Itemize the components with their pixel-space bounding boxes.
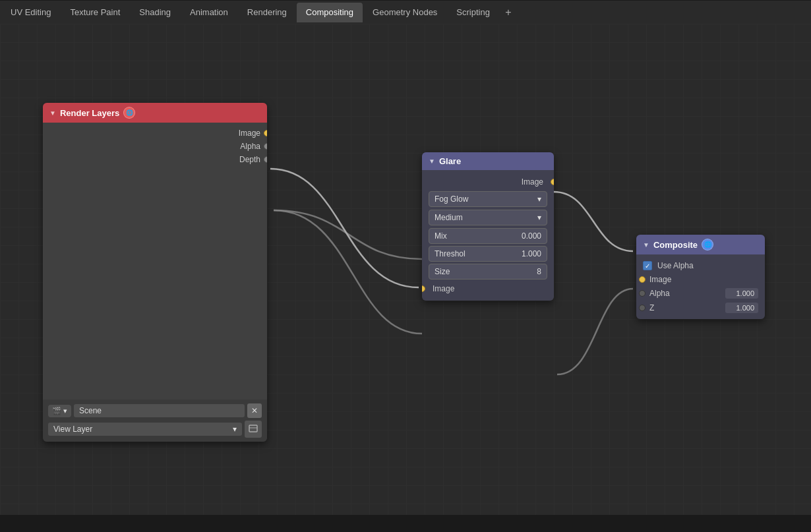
render-layers-title: Render Layers bbox=[60, 108, 119, 118]
render-layers-body: Image Alpha Depth bbox=[43, 123, 267, 399]
tab-texture-paint[interactable]: Texture Paint bbox=[61, 3, 129, 22]
render-layers-node: ▼ Render Layers 🌐 Image Alpha Depth bbox=[43, 103, 267, 442]
composite-z-value: 1.000 bbox=[725, 303, 758, 313]
output-depth-socket[interactable] bbox=[264, 156, 267, 163]
glare-size-label: Size bbox=[435, 267, 450, 276]
glare-size-value: 8 bbox=[537, 267, 541, 276]
viewlayer-icon-button[interactable] bbox=[245, 421, 262, 438]
glare-type-dropdown[interactable]: Fog Glow ▾ bbox=[429, 191, 547, 207]
scene-row: 🎬 ▾ Scene ✕ bbox=[48, 403, 262, 418]
composite-z-label: Z bbox=[649, 303, 654, 312]
viewlayer-dropdown-arrow: ▾ bbox=[233, 425, 237, 434]
glare-output-image-socket[interactable] bbox=[551, 179, 554, 185]
composite-body: ✓ Use Alpha Image Alpha 1.000 Z 1.000 bbox=[636, 254, 765, 319]
glare-quality-label: Medium bbox=[435, 213, 463, 222]
viewlayer-row: View Layer ▾ bbox=[48, 421, 262, 438]
glare-node: ▼ Glare Image Fog Glow ▾ Medium ▾ Mix 0.… bbox=[422, 152, 554, 301]
output-alpha-socket[interactable] bbox=[264, 143, 267, 150]
output-alpha-label: Alpha bbox=[240, 142, 260, 151]
glare-header: ▼ Glare bbox=[422, 152, 554, 170]
glare-size-field[interactable]: Size 8 bbox=[429, 264, 547, 280]
composite-z-socket[interactable] bbox=[639, 305, 646, 311]
composite-alpha-value: 1.000 bbox=[725, 288, 758, 299]
tab-rendering[interactable]: Rendering bbox=[238, 3, 296, 22]
output-image-label: Image bbox=[239, 129, 260, 138]
scene-name-input[interactable]: Scene bbox=[74, 404, 245, 417]
composite-alpha-row: Alpha 1.000 bbox=[636, 286, 765, 301]
tab-compositing[interactable]: Compositing bbox=[297, 3, 363, 22]
node-editor-canvas[interactable]: ▼ Render Layers 🌐 Image Alpha Depth bbox=[0, 24, 811, 515]
composite-node: ▼ Composite 🌐 ✓ Use Alpha Image Alpha 1.… bbox=[636, 235, 765, 319]
glare-threshold-value: 1.000 bbox=[522, 249, 541, 258]
composite-header: ▼ Composite 🌐 bbox=[636, 235, 765, 254]
collapse-arrow[interactable]: ▼ bbox=[49, 109, 56, 117]
glare-type-arrow: ▾ bbox=[537, 194, 541, 204]
glare-threshold-label: Threshol bbox=[435, 249, 466, 258]
glare-mix-value: 0.000 bbox=[522, 231, 541, 241]
composite-image-label: Image bbox=[649, 275, 671, 284]
composite-alpha-socket[interactable] bbox=[639, 290, 646, 297]
glare-mix-label: Mix bbox=[435, 231, 447, 241]
scene-icon-button[interactable]: 🎬 ▾ bbox=[48, 405, 71, 417]
glare-input-image-label: Image bbox=[433, 284, 454, 293]
use-alpha-label: Use Alpha bbox=[657, 261, 694, 270]
output-image-row: Image bbox=[43, 127, 267, 140]
glare-body: Image Fog Glow ▾ Medium ▾ Mix 0.000 Thre… bbox=[422, 170, 554, 301]
viewlayer-select[interactable]: View Layer ▾ bbox=[48, 423, 242, 436]
use-alpha-row: ✓ Use Alpha bbox=[636, 258, 765, 273]
glare-mix-field[interactable]: Mix 0.000 bbox=[429, 228, 547, 244]
add-tab-button[interactable]: + bbox=[500, 4, 517, 21]
glare-input-image-row: Image bbox=[422, 282, 554, 295]
tab-bar: UV Editing Texture Paint Shading Animati… bbox=[0, 0, 811, 24]
render-layers-header: ▼ Render Layers 🌐 bbox=[43, 103, 267, 123]
composite-collapse-arrow[interactable]: ▼ bbox=[643, 241, 649, 249]
output-depth-label: Depth bbox=[239, 155, 260, 164]
glare-title: Glare bbox=[439, 156, 461, 166]
composite-title: Composite bbox=[653, 240, 698, 250]
composite-z-row: Z 1.000 bbox=[636, 301, 765, 315]
composite-alpha-label: Alpha bbox=[649, 289, 670, 298]
svg-rect-0 bbox=[249, 425, 257, 432]
glare-quality-arrow: ▾ bbox=[537, 213, 541, 222]
glare-threshold-field[interactable]: Threshol 1.000 bbox=[429, 246, 547, 262]
composite-image-row: Image bbox=[636, 273, 765, 286]
glare-output-image-label: Image bbox=[522, 177, 543, 187]
output-image-socket[interactable] bbox=[264, 130, 267, 136]
glare-type-label: Fog Glow bbox=[435, 194, 468, 204]
glare-quality-dropdown[interactable]: Medium ▾ bbox=[429, 210, 547, 225]
composite-icon: 🌐 bbox=[702, 239, 713, 251]
tab-uv-editing[interactable]: UV Editing bbox=[1, 3, 60, 22]
tab-geometry-nodes[interactable]: Geometry Nodes bbox=[363, 3, 446, 22]
tab-animation[interactable]: Animation bbox=[181, 3, 237, 22]
glare-collapse-arrow[interactable]: ▼ bbox=[429, 158, 435, 165]
render-layers-bottom-bar: 🎬 ▾ Scene ✕ View Layer ▾ bbox=[43, 399, 267, 442]
composite-image-socket[interactable] bbox=[639, 276, 646, 283]
scene-close-button[interactable]: ✕ bbox=[247, 403, 262, 418]
glare-input-image-socket[interactable] bbox=[422, 285, 425, 292]
output-depth-row: Depth bbox=[43, 153, 267, 166]
output-alpha-row: Alpha bbox=[43, 140, 267, 153]
render-layers-icon: 🌐 bbox=[123, 107, 135, 119]
tab-scripting[interactable]: Scripting bbox=[447, 3, 499, 22]
viewlayer-label: View Layer bbox=[53, 425, 92, 434]
tab-shading[interactable]: Shading bbox=[130, 3, 180, 22]
scene-icon-dropdown: ▾ bbox=[63, 407, 67, 415]
use-alpha-checkbox[interactable]: ✓ bbox=[643, 261, 652, 270]
glare-output-image-row: Image bbox=[422, 175, 554, 189]
scene-icon: 🎬 bbox=[52, 407, 61, 415]
